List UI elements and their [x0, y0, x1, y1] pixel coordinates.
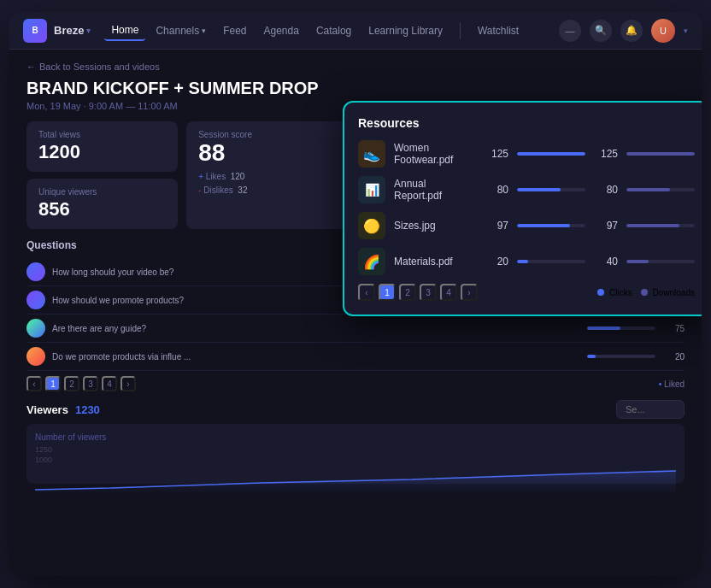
resource-icon-1: 👟 [358, 140, 385, 168]
resource-row-2: 📊 Annual Report.pdf 80 80 [358, 176, 695, 203]
page-btn-4[interactable]: 4 [102, 376, 117, 391]
modal-page-4[interactable]: 4 [440, 284, 457, 301]
resource-icon-4: 🌈 [358, 248, 385, 275]
resource-downloads-3: 97 [594, 220, 618, 232]
resources-pagination: ‹ 1 2 3 4 › Clicks Downloads [358, 284, 695, 301]
modal-next-btn[interactable]: › [461, 284, 478, 301]
page-btn-1[interactable]: 1 [45, 376, 61, 391]
downloads-legend-item: Downloads [641, 288, 695, 297]
viewers-chart-svg [35, 464, 676, 494]
clicks-legend-item: Clicks [597, 288, 632, 297]
viewers-chart: Number of viewers 1250 1000 [26, 424, 685, 484]
viewers-title: Viewers [26, 403, 68, 416]
resource-bar-fill-4 [517, 260, 528, 263]
resource-bar2-4 [626, 260, 695, 263]
back-link[interactable]: Back to Sessions and videos [26, 62, 685, 72]
resource-clicks-4: 20 [485, 256, 508, 268]
resources-modal: Resources 👟 Women Footwear.pdf 125 125 📊… [343, 101, 702, 316]
prev-page-btn[interactable]: ‹ [26, 376, 42, 391]
question-row: Are there are any guide? 75 [26, 315, 685, 343]
nav-right: — 🔍 🔔 U ▾ [559, 19, 688, 43]
resources-title: Resources [358, 116, 695, 130]
resource-clicks-2: 80 [485, 184, 508, 196]
nav-item-home[interactable]: Home [104, 21, 145, 41]
minus-button[interactable]: — [559, 20, 581, 42]
resource-row-4: 🌈 Materials.pdf 20 40 [358, 248, 695, 275]
brand-chevron: ▾ [86, 26, 91, 35]
question-row: Do we promote products via influe ... 20 [26, 343, 685, 371]
nav-watchlist[interactable]: Watchlist [471, 21, 526, 40]
viewers-header: Viewers 1230 [26, 400, 685, 419]
nav-logo: B [23, 19, 47, 43]
total-views-value: 1200 [38, 141, 166, 163]
svg-marker-4 [35, 471, 676, 494]
unique-viewers-value: 856 [38, 198, 166, 220]
chart-y-1000: 1000 [35, 456, 676, 464]
downloads-dot [641, 289, 648, 296]
resource-name-3: Sizes.jpg [394, 220, 476, 232]
clicks-dot [597, 289, 604, 296]
resource-bar2-1 [626, 152, 695, 156]
q-bar-3 [587, 326, 655, 330]
resource-icon-2: 📊 [358, 176, 385, 203]
page-btn-3[interactable]: 3 [83, 376, 98, 391]
resource-downloads-1: 125 [594, 148, 618, 160]
search-button[interactable]: 🔍 [590, 20, 612, 42]
q-avatar-4 [26, 347, 45, 366]
nav-item-catalog[interactable]: Catalog [309, 21, 358, 40]
page-title: BRAND KICKOFF + SUMMER DROP [26, 79, 685, 98]
resource-bar2-fill-4 [626, 260, 649, 263]
q-avatar-3 [26, 319, 45, 338]
viewers-search[interactable] [616, 400, 685, 419]
resource-bar-fill-2 [517, 188, 561, 191]
nav-item-feed[interactable]: Feed [216, 21, 253, 40]
unique-viewers-card: Unique viewers 856 [26, 179, 178, 229]
q-avatar-1 [26, 262, 45, 281]
resource-row-1: 👟 Women Footwear.pdf 125 125 [358, 140, 695, 168]
q-count-4: 20 [662, 352, 685, 362]
nav-bar: B Breze ▾ Home Channels ▾ Feed Agenda Ca… [9, 12, 702, 50]
q-bar-4 [587, 355, 655, 358]
questions-pagination: ‹ 1 2 3 4 › Liked [26, 376, 685, 391]
nav-item-agenda[interactable]: Agenda [257, 21, 306, 40]
page-btn-2[interactable]: 2 [64, 376, 79, 391]
q-text-4: Do we promote products via influe ... [52, 352, 580, 362]
resource-name-2: Annual Report.pdf [394, 178, 476, 202]
nav-item-learning[interactable]: Learning Library [361, 21, 450, 40]
total-views-label: Total views [38, 130, 166, 139]
resource-bar-3 [517, 224, 585, 227]
modal-page-2[interactable]: 2 [399, 284, 416, 301]
q-avatar-2 [26, 291, 45, 309]
modal-prev-btn[interactable]: ‹ [358, 284, 375, 301]
resource-name-4: Materials.pdf [394, 256, 476, 268]
viewers-count: 1230 [75, 403, 100, 416]
resource-bar-1 [517, 152, 585, 156]
resource-clicks-3: 97 [485, 220, 508, 232]
resource-bar2-fill-3 [626, 224, 679, 227]
viewers-section: Viewers 1230 Number of viewers 1250 1000 [26, 400, 685, 484]
chart-y-1250: 1250 [35, 445, 676, 454]
nav-brand[interactable]: Breze ▾ [54, 24, 91, 37]
q-count-3: 75 [662, 324, 685, 333]
resources-legend: Clicks Downloads [597, 288, 695, 297]
resource-row-3: 🟡 Sizes.jpg 97 97 [358, 212, 695, 239]
resource-bar2-fill-1 [626, 152, 695, 156]
user-avatar[interactable]: U [651, 19, 675, 43]
channels-chevron: ▾ [202, 26, 206, 35]
notifications-button[interactable]: 🔔 [620, 20, 643, 42]
nav-item-channels[interactable]: Channels ▾ [149, 21, 213, 40]
resource-bar-fill-3 [517, 224, 570, 227]
resource-bar-fill-1 [517, 152, 585, 156]
resource-bar2-3 [626, 224, 695, 227]
chart-y-label: Number of viewers [35, 432, 676, 442]
resource-icon-3: 🟡 [358, 212, 385, 239]
q-text-3: Are there are any guide? [52, 324, 580, 333]
modal-page-3[interactable]: 3 [420, 284, 437, 301]
next-page-btn[interactable]: › [120, 376, 136, 391]
nav-separator [460, 22, 461, 39]
resource-bar2-2 [626, 188, 695, 191]
modal-page-1[interactable]: 1 [379, 284, 396, 301]
resource-bar-2 [517, 188, 585, 191]
unique-viewers-label: Unique viewers [38, 187, 166, 197]
resource-name-1: Women Footwear.pdf [394, 142, 476, 166]
